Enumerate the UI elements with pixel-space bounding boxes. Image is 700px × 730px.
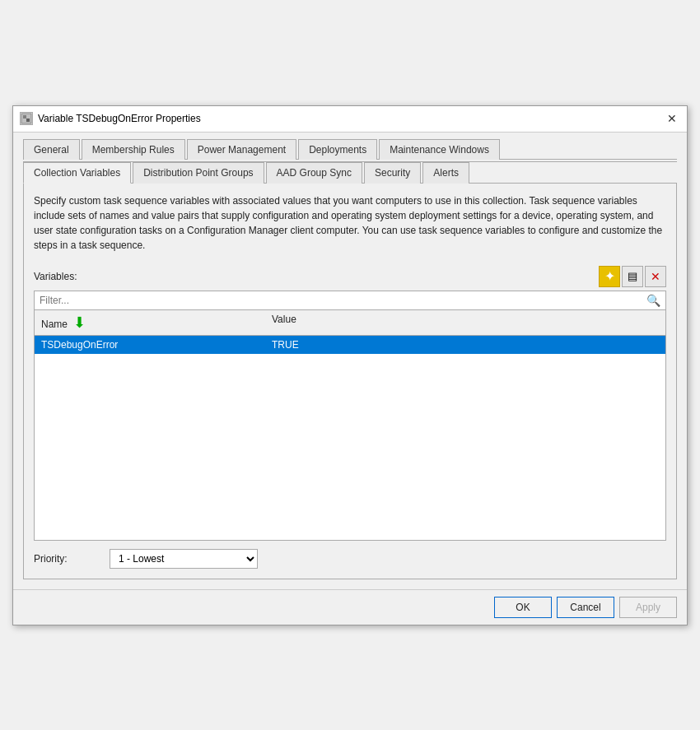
title-bar: Variable TSDebugOnError Properties ✕ bbox=[13, 106, 687, 133]
tabs-row2: Collection Variables Distribution Point … bbox=[23, 161, 677, 184]
search-icon: 🔍 bbox=[646, 294, 660, 307]
tab-distribution-point-groups[interactable]: Distribution Point Groups bbox=[133, 162, 264, 184]
priority-label: Priority: bbox=[34, 553, 100, 565]
edit-variable-button[interactable]: ▤ bbox=[622, 266, 643, 287]
dialog: Variable TSDebugOnError Properties ✕ Gen… bbox=[12, 105, 688, 625]
tab-security[interactable]: Security bbox=[364, 162, 421, 184]
dialog-title: Variable TSDebugOnError Properties bbox=[38, 113, 201, 124]
tab-content: Specify custom task sequence variables w… bbox=[23, 184, 677, 579]
table-body: TSDebugOnError TRUE bbox=[35, 336, 665, 533]
priority-row: Priority: 1 - Lowest 2 - Low 3 - Medium … bbox=[34, 549, 666, 569]
delete-icon: ✕ bbox=[651, 270, 660, 283]
variables-table: Name ⬇ Value TSDebugOnError TRUE bbox=[34, 310, 666, 541]
close-button[interactable]: ✕ bbox=[664, 110, 680, 127]
row-name: TSDebugOnError bbox=[41, 339, 272, 351]
description-text: Specify custom task sequence variables w… bbox=[34, 193, 666, 253]
tab-general[interactable]: General bbox=[23, 139, 80, 160]
row-value: TRUE bbox=[272, 339, 659, 351]
dialog-footer: OK Cancel Apply bbox=[13, 589, 687, 625]
apply-button[interactable]: Apply bbox=[619, 597, 677, 618]
star-icon: ✦ bbox=[604, 268, 615, 284]
dialog-icon bbox=[20, 112, 33, 125]
variables-label: Variables: bbox=[34, 271, 77, 282]
tab-collection-variables[interactable]: Collection Variables bbox=[23, 162, 131, 184]
sort-arrow-icon: ⬇ bbox=[73, 314, 86, 332]
tabs-row1: General Membership Rules Power Managemen… bbox=[23, 139, 677, 160]
filter-bar: 🔍 bbox=[34, 291, 666, 310]
svg-rect-1 bbox=[23, 115, 26, 119]
ok-button[interactable]: OK bbox=[494, 597, 552, 618]
delete-variable-button[interactable]: ✕ bbox=[645, 266, 666, 287]
toolbar-buttons: ✦ ▤ ✕ bbox=[599, 266, 666, 287]
tab-maintenance-windows[interactable]: Maintenance Windows bbox=[379, 139, 500, 160]
priority-select[interactable]: 1 - Lowest 2 - Low 3 - Medium 4 - High 5… bbox=[110, 549, 258, 569]
table-header: Name ⬇ Value bbox=[35, 310, 665, 336]
col-header-value: Value bbox=[272, 314, 659, 332]
tab-aad-group-sync[interactable]: AAD Group Sync bbox=[266, 162, 362, 184]
edit-icon: ▤ bbox=[628, 270, 637, 282]
filter-input[interactable] bbox=[40, 295, 646, 306]
variables-header: Variables: ✦ ▤ ✕ bbox=[34, 266, 666, 287]
tab-membership-rules[interactable]: Membership Rules bbox=[82, 139, 185, 160]
tab-power-management[interactable]: Power Management bbox=[187, 139, 296, 160]
col-header-name: Name ⬇ bbox=[41, 314, 272, 332]
tab-deployments[interactable]: Deployments bbox=[298, 139, 377, 160]
tab-alerts[interactable]: Alerts bbox=[422, 162, 469, 184]
cancel-button[interactable]: Cancel bbox=[557, 597, 614, 618]
svg-rect-2 bbox=[26, 119, 30, 122]
table-row[interactable]: TSDebugOnError TRUE bbox=[35, 336, 665, 354]
dialog-body: General Membership Rules Power Managemen… bbox=[13, 133, 687, 589]
add-variable-button[interactable]: ✦ bbox=[599, 266, 620, 287]
